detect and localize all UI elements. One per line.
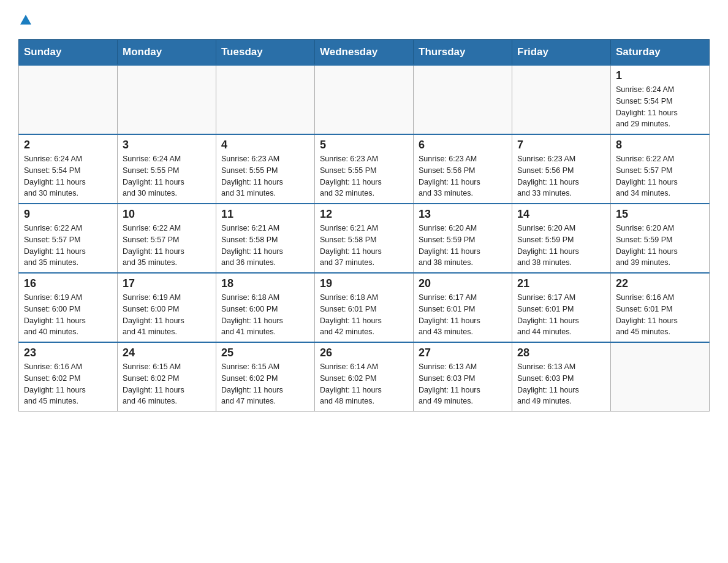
day-info: Sunrise: 6:24 AMSunset: 5:55 PMDaylight:… [123,153,211,199]
day-info: Sunrise: 6:16 AMSunset: 6:02 PMDaylight:… [24,361,112,407]
day-info: Sunrise: 6:21 AMSunset: 5:58 PMDaylight:… [221,223,309,269]
calendar-day-cell: 19Sunrise: 6:18 AMSunset: 6:01 PMDayligh… [315,273,414,342]
calendar-day-cell: 3Sunrise: 6:24 AMSunset: 5:55 PMDaylight… [118,134,216,204]
day-info: Sunrise: 6:17 AMSunset: 6:01 PMDaylight:… [517,292,605,338]
day-info: Sunrise: 6:22 AMSunset: 5:57 PMDaylight:… [123,223,211,269]
day-info: Sunrise: 6:23 AMSunset: 5:55 PMDaylight:… [320,153,408,199]
calendar-day-cell [611,342,710,412]
day-number: 14 [517,208,605,221]
calendar-day-cell: 5Sunrise: 6:23 AMSunset: 5:55 PMDaylight… [315,134,414,204]
day-info: Sunrise: 6:23 AMSunset: 5:55 PMDaylight:… [221,153,309,199]
day-info: Sunrise: 6:13 AMSunset: 6:03 PMDaylight:… [517,361,605,407]
calendar-day-cell [512,65,611,134]
calendar-day-cell: 1Sunrise: 6:24 AMSunset: 5:54 PMDaylight… [611,65,710,134]
calendar-day-cell: 20Sunrise: 6:17 AMSunset: 6:01 PMDayligh… [414,273,512,342]
day-number: 11 [221,208,309,221]
calendar-day-cell: 15Sunrise: 6:20 AMSunset: 5:59 PMDayligh… [611,204,710,273]
calendar-day-cell [19,65,118,134]
day-info: Sunrise: 6:18 AMSunset: 6:01 PMDaylight:… [320,292,408,338]
day-number: 8 [616,139,704,151]
day-info: Sunrise: 6:17 AMSunset: 6:01 PMDaylight:… [419,292,507,338]
logo [18,12,31,28]
calendar-day-cell: 26Sunrise: 6:14 AMSunset: 6:02 PMDayligh… [315,342,414,412]
day-info: Sunrise: 6:18 AMSunset: 6:00 PMDaylight:… [221,292,309,338]
day-info: Sunrise: 6:20 AMSunset: 5:59 PMDaylight:… [419,223,507,269]
calendar-day-cell: 10Sunrise: 6:22 AMSunset: 5:57 PMDayligh… [118,204,216,273]
day-number: 9 [24,208,112,221]
weekday-header-friday: Friday [512,40,611,66]
calendar-week-row: 23Sunrise: 6:16 AMSunset: 6:02 PMDayligh… [19,342,710,412]
day-info: Sunrise: 6:24 AMSunset: 5:54 PMDaylight:… [24,153,112,199]
day-number: 16 [24,277,112,290]
day-number: 15 [616,208,704,221]
day-info: Sunrise: 6:22 AMSunset: 5:57 PMDaylight:… [616,153,704,199]
calendar-day-cell: 2Sunrise: 6:24 AMSunset: 5:54 PMDaylight… [19,134,118,204]
calendar-week-row: 16Sunrise: 6:19 AMSunset: 6:00 PMDayligh… [19,273,710,342]
calendar-day-cell [315,65,414,134]
day-number: 27 [419,347,507,359]
calendar-day-cell: 27Sunrise: 6:13 AMSunset: 6:03 PMDayligh… [414,342,512,412]
day-number: 6 [419,139,507,151]
calendar-day-cell [414,65,512,134]
day-info: Sunrise: 6:20 AMSunset: 5:59 PMDaylight:… [616,223,704,269]
calendar-week-row: 1Sunrise: 6:24 AMSunset: 5:54 PMDaylight… [19,65,710,134]
calendar-day-cell: 12Sunrise: 6:21 AMSunset: 5:58 PMDayligh… [315,204,414,273]
calendar-week-row: 2Sunrise: 6:24 AMSunset: 5:54 PMDaylight… [19,134,710,204]
day-info: Sunrise: 6:20 AMSunset: 5:59 PMDaylight:… [517,223,605,269]
day-number: 4 [221,139,309,151]
day-number: 17 [123,277,211,290]
day-info: Sunrise: 6:13 AMSunset: 6:03 PMDaylight:… [419,361,507,407]
calendar-day-cell: 14Sunrise: 6:20 AMSunset: 5:59 PMDayligh… [512,204,611,273]
calendar-day-cell: 16Sunrise: 6:19 AMSunset: 6:00 PMDayligh… [19,273,118,342]
day-number: 21 [517,277,605,290]
day-info: Sunrise: 6:15 AMSunset: 6:02 PMDaylight:… [221,361,309,407]
weekday-header-monday: Monday [118,40,216,66]
calendar-day-cell: 23Sunrise: 6:16 AMSunset: 6:02 PMDayligh… [19,342,118,412]
weekday-header-wednesday: Wednesday [315,40,414,66]
day-info: Sunrise: 6:21 AMSunset: 5:58 PMDaylight:… [320,223,408,269]
calendar-day-cell: 11Sunrise: 6:21 AMSunset: 5:58 PMDayligh… [216,204,315,273]
calendar-body: 1Sunrise: 6:24 AMSunset: 5:54 PMDaylight… [19,65,710,412]
calendar-day-cell: 22Sunrise: 6:16 AMSunset: 6:01 PMDayligh… [611,273,710,342]
day-info: Sunrise: 6:24 AMSunset: 5:54 PMDaylight:… [616,84,704,130]
day-number: 19 [320,277,408,290]
day-number: 12 [320,208,408,221]
day-number: 26 [320,347,408,359]
day-number: 25 [221,347,309,359]
calendar-day-cell: 13Sunrise: 6:20 AMSunset: 5:59 PMDayligh… [414,204,512,273]
day-info: Sunrise: 6:16 AMSunset: 6:01 PMDaylight:… [616,292,704,338]
logo-triangle-icon [20,15,31,25]
calendar-day-cell: 28Sunrise: 6:13 AMSunset: 6:03 PMDayligh… [512,342,611,412]
day-number: 5 [320,139,408,151]
day-info: Sunrise: 6:23 AMSunset: 5:56 PMDaylight:… [419,153,507,199]
calendar-day-cell: 4Sunrise: 6:23 AMSunset: 5:55 PMDaylight… [216,134,315,204]
day-number: 1 [616,69,704,82]
day-number: 20 [419,277,507,290]
day-info: Sunrise: 6:19 AMSunset: 6:00 PMDaylight:… [123,292,211,338]
calendar-day-cell: 8Sunrise: 6:22 AMSunset: 5:57 PMDaylight… [611,134,710,204]
calendar-day-cell: 24Sunrise: 6:15 AMSunset: 6:02 PMDayligh… [118,342,216,412]
calendar-week-row: 9Sunrise: 6:22 AMSunset: 5:57 PMDaylight… [19,204,710,273]
day-number: 7 [517,139,605,151]
calendar-table: SundayMondayTuesdayWednesdayThursdayFrid… [18,39,710,412]
calendar-day-cell: 17Sunrise: 6:19 AMSunset: 6:00 PMDayligh… [118,273,216,342]
day-number: 3 [123,139,211,151]
calendar-day-cell: 6Sunrise: 6:23 AMSunset: 5:56 PMDaylight… [414,134,512,204]
weekday-header-row: SundayMondayTuesdayWednesdayThursdayFrid… [19,40,710,66]
day-info: Sunrise: 6:19 AMSunset: 6:00 PMDaylight:… [24,292,112,338]
weekday-header-thursday: Thursday [414,40,512,66]
day-number: 13 [419,208,507,221]
calendar-day-cell: 25Sunrise: 6:15 AMSunset: 6:02 PMDayligh… [216,342,315,412]
day-number: 28 [517,347,605,359]
day-number: 18 [221,277,309,290]
calendar-day-cell [118,65,216,134]
calendar-header: SundayMondayTuesdayWednesdayThursdayFrid… [19,40,710,66]
calendar-day-cell: 18Sunrise: 6:18 AMSunset: 6:00 PMDayligh… [216,273,315,342]
calendar-day-cell: 21Sunrise: 6:17 AMSunset: 6:01 PMDayligh… [512,273,611,342]
calendar-day-cell: 7Sunrise: 6:23 AMSunset: 5:56 PMDaylight… [512,134,611,204]
day-info: Sunrise: 6:15 AMSunset: 6:02 PMDaylight:… [123,361,211,407]
day-number: 10 [123,208,211,221]
day-info: Sunrise: 6:22 AMSunset: 5:57 PMDaylight:… [24,223,112,269]
day-info: Sunrise: 6:23 AMSunset: 5:56 PMDaylight:… [517,153,605,199]
day-number: 23 [24,347,112,359]
